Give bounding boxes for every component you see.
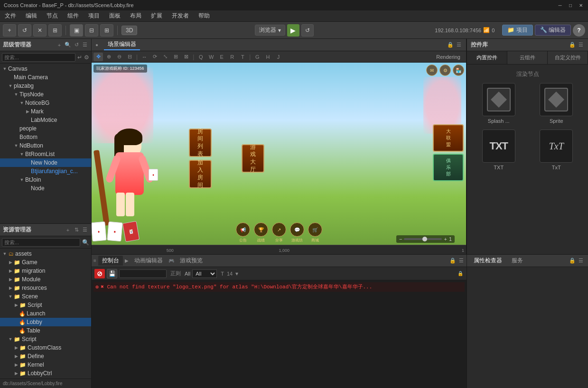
asset-define[interactable]: ▶ 📁 Define [0,352,91,360]
zoom-plus-icon[interactable]: + [444,236,447,242]
asset-assets[interactable]: ▼ 🗂 assets [0,249,91,258]
console-menu-icon[interactable]: ☰ [458,258,465,264]
layout-btn3[interactable]: ⊞ [100,24,113,37]
asset-resources[interactable]: ▶ 📁 resources [0,284,91,292]
editor-button[interactable]: 🔧 编辑器 [535,25,571,36]
tab-builtin-widgets[interactable]: 内置控件 [467,51,507,64]
tool-rect[interactable]: T [238,53,247,61]
tab-services[interactable]: 服务 [509,256,526,266]
tree-node-ndbutton[interactable]: ▼ NdButton [0,141,91,150]
console-lock-icon[interactable]: 🔒 [449,258,456,264]
tree-node-node[interactable]: Node [0,184,91,193]
widget-lock-icon[interactable]: 🔒 [569,42,576,48]
menu-icon[interactable]: ☰ [82,42,88,48]
search-options-icon[interactable]: ⚙ [84,54,89,61]
asset-table[interactable]: 🔥 Table [0,326,91,335]
tool-h[interactable]: H [263,53,272,61]
asset-migration[interactable]: ▶ 📁 migration [0,267,91,275]
menu-item-9[interactable]: 帮助 [196,11,212,21]
tree-node-bottom[interactable]: Bottom [0,133,91,141]
tree-node-btjiarufangjian[interactable]: Btjiarufangjian_c... [0,167,91,176]
tool-rotate2[interactable]: E [217,53,226,61]
zoom-minus-icon[interactable]: − [399,236,402,242]
tool-handle[interactable]: ↔ [140,53,149,61]
tree-node-btjoin[interactable]: ▼ BtJoin [0,176,91,184]
tree-node-mark[interactable]: ▶ Mark [0,107,91,116]
tab-console[interactable]: 控制台 [98,256,123,266]
search-go-icon[interactable]: ↵ [77,54,82,61]
tree-node-noticebg[interactable]: ▼ NoticeBG [0,99,91,107]
tool-zoom-fit[interactable]: ⊟ [125,53,134,61]
prop-menu-icon[interactable]: ☰ [578,258,584,264]
add-asset-icon[interactable]: + [65,227,71,233]
tab-scene-editor[interactable]: 场景编辑器 [104,39,140,50]
tab-custom-widgets[interactable]: 自定义控件 [548,51,588,64]
tool-scale2[interactable]: R [227,53,237,61]
help-button[interactable]: ? [573,24,585,37]
tool-transform[interactable]: ⊞ [171,53,180,61]
menu-item-4[interactable]: 项目 [86,11,102,21]
console-filter-input[interactable] [119,269,167,278]
refresh-tree-icon[interactable]: ↺ [73,42,80,48]
close-button[interactable]: ✕ [578,2,584,9]
menu-item-1[interactable]: 编辑 [24,11,39,21]
tool-move2[interactable]: W [206,53,216,61]
tree-node-plazabg[interactable]: ▼ plazabg [0,82,91,90]
tree-node-people[interactable]: people [0,124,91,133]
menu-item-7[interactable]: 扩展 [149,11,164,21]
widget-txt-italic[interactable]: TxT TxT [531,129,583,170]
menu-item-0[interactable]: 文件 [3,11,18,21]
tab-cloud-components[interactable]: 云组件 [507,51,548,64]
asset-script-folder[interactable]: ▼ 📁 Script [0,335,91,343]
asset-lobby[interactable]: 🔥 Lobby [0,318,91,326]
layout-btn2[interactable]: ⊟ [85,24,98,37]
asset-menu-icon[interactable]: ☰ [82,227,88,233]
tree-node-btroomlist[interactable]: ▼ BtRoomList [0,150,91,158]
widget-sprite[interactable]: Sprite [531,83,583,124]
minimize-button[interactable]: ─ [557,2,563,9]
search-icon[interactable]: 🔍 [65,42,71,48]
tab-game-preview[interactable]: 游戏预览 [176,256,206,266]
asset-lobbyctrl[interactable]: ▶ 📁 LobbyCtrl [0,369,91,378]
3d-button[interactable]: 3D [121,26,137,35]
menu-item-8[interactable]: 开发者 [170,11,191,21]
console-save-button[interactable]: 💾 [107,269,117,278]
scene-menu-icon[interactable]: ☰ [456,42,462,48]
scene-lock-icon[interactable]: 🔒 [447,42,454,48]
asset-search-icon[interactable]: 🔍 [82,239,89,246]
sort-icon[interactable]: ⇅ [73,227,80,233]
tool-zoom-out[interactable]: ⊖ [114,53,124,61]
add-button[interactable]: + [3,24,16,37]
asset-launch[interactable]: 🔥 Launch [0,309,91,318]
asset-script-scene[interactable]: ▶ 📁 Script [0,301,91,309]
tool-anchor[interactable]: ⊠ [181,53,191,61]
widget-txt[interactable]: TXT TXT [473,129,525,170]
grid-button[interactable]: ⊞ [48,24,62,37]
close-scene-icon[interactable]: ● [95,42,98,47]
prop-lock-icon[interactable]: 🔒 [569,258,576,264]
tree-node-newnode[interactable]: New Node [0,158,91,167]
scene-canvas-area[interactable]: 玩家游戏昵称 ID: 123456 ✉ ⚙ 🏪 [92,63,466,254]
tool-select[interactable]: Q [196,53,205,61]
tool-move[interactable]: ✥ [93,53,103,61]
console-clear-button[interactable]: ⊘ [94,269,105,278]
menu-item-6[interactable]: 布局 [128,11,143,21]
tool-zoom[interactable]: ⊕ [104,53,113,61]
stop-button[interactable]: ✕ [33,24,47,37]
tree-node-canvas[interactable]: ▼ Canvas [0,65,91,73]
menu-item-3[interactable]: 组件 [65,11,81,21]
project-button[interactable]: 📁 项目 [502,25,532,36]
tab-animation[interactable]: 动画编辑器 [131,256,167,266]
play-button[interactable]: ▶ [287,24,299,37]
add-node-icon[interactable]: + [56,42,63,48]
tree-node-tipsnode[interactable]: ▼ TipsNode [0,90,91,99]
reload-button[interactable]: ↺ [301,24,314,37]
asset-customclass[interactable]: ▶ 📁 CustomClass [0,343,91,352]
menu-item-5[interactable]: 面板 [107,11,122,21]
tree-node-maincam[interactable]: Main Camera [0,73,91,82]
tool-j[interactable]: J [273,53,283,61]
font-size-down-icon[interactable]: ▾ [235,270,238,277]
asset-kernel[interactable]: ▶ 📁 Kernel [0,360,91,369]
asset-module[interactable]: ▶ 📁 Module [0,275,91,284]
widget-splash[interactable]: Splash ... [473,83,525,124]
